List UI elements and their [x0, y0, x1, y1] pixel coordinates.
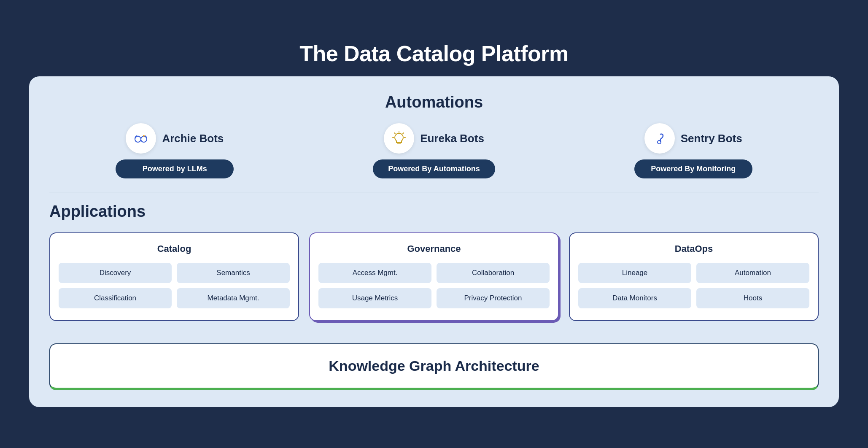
- bot-item-archie: Archie Bots Powered by LLMs: [49, 123, 300, 178]
- dataops-item-lineage: Lineage: [578, 263, 691, 283]
- governance-items-grid: Access Mgmt. Collaboration Usage Metrics…: [318, 263, 550, 308]
- svg-line-9: [403, 133, 404, 134]
- archie-icon: [132, 130, 149, 147]
- svg-point-4: [137, 135, 139, 137]
- svg-point-1: [141, 136, 147, 142]
- catalog-box: Catalog Discovery Semantics Classificati…: [49, 232, 299, 321]
- knowledge-box: Knowledge Graph Architecture: [49, 343, 819, 390]
- dataops-item-automation: Automation: [696, 263, 809, 283]
- sentry-bot-name: Sentry Bots: [681, 132, 742, 145]
- dataops-title: DataOps: [578, 243, 809, 254]
- bots-row: Archie Bots Powered by LLMs: [49, 123, 819, 178]
- catalog-item-classification: Classification: [59, 288, 172, 308]
- catalog-title: Catalog: [59, 243, 290, 254]
- bot-header-eureka: Eureka Bots: [384, 123, 484, 154]
- applications-title: Applications: [49, 202, 819, 221]
- governance-title: Governance: [318, 243, 550, 254]
- governance-item-privacy: Privacy Protection: [437, 288, 550, 308]
- bot-header-sentry: Sentry Bots: [644, 123, 742, 154]
- dataops-item-monitors: Data Monitors: [578, 288, 691, 308]
- section-divider-2: [49, 333, 819, 333]
- governance-item-access: Access Mgmt.: [318, 263, 431, 283]
- dataops-items-grid: Lineage Automation Data Monitors Hoots: [578, 263, 809, 308]
- eureka-bot-name: Eureka Bots: [420, 132, 484, 145]
- catalog-item-semantics: Semantics: [177, 263, 290, 283]
- dataops-box: DataOps Lineage Automation Data Monitors…: [569, 232, 819, 321]
- dataops-item-hoots: Hoots: [696, 288, 809, 308]
- eureka-icon: [391, 130, 407, 147]
- svg-point-0: [135, 136, 141, 142]
- archie-bot-badge: Powered by LLMs: [116, 159, 234, 178]
- archie-icon-circle: [126, 123, 156, 154]
- apps-grid: Catalog Discovery Semantics Classificati…: [49, 232, 819, 321]
- governance-box: Governance Access Mgmt. Collaboration Us…: [309, 232, 559, 321]
- svg-point-3: [143, 135, 145, 137]
- svg-line-8: [394, 133, 395, 134]
- governance-item-collaboration: Collaboration: [437, 263, 550, 283]
- automations-title: Automations: [49, 93, 819, 111]
- page-title: The Data Catalog Platform: [29, 41, 839, 66]
- sentry-bot-badge: Powered By Monitoring: [634, 159, 752, 178]
- outer-container: The Data Catalog Platform Automations: [29, 41, 839, 407]
- governance-item-usage: Usage Metrics: [318, 288, 431, 308]
- main-card: Automations: [29, 76, 839, 407]
- archie-bot-name: Archie Bots: [162, 132, 224, 145]
- sentry-icon-circle: [644, 123, 675, 154]
- section-divider-1: [49, 192, 819, 192]
- bot-item-eureka: Eureka Bots Powered By Automations: [309, 123, 560, 178]
- eureka-icon-circle: [384, 123, 414, 154]
- bot-item-sentry: Sentry Bots Powered By Monitoring: [568, 123, 819, 178]
- eureka-bot-badge: Powered By Automations: [373, 159, 495, 178]
- knowledge-section: Knowledge Graph Architecture: [49, 343, 819, 390]
- catalog-item-metadata: Metadata Mgmt.: [177, 288, 290, 308]
- catalog-item-discovery: Discovery: [59, 263, 172, 283]
- bot-header-archie: Archie Bots: [126, 123, 224, 154]
- sentry-icon: [651, 130, 668, 147]
- knowledge-title: Knowledge Graph Architecture: [329, 358, 539, 374]
- applications-section: Applications Catalog Discovery Semantics…: [49, 202, 819, 321]
- catalog-items-grid: Discovery Semantics Classification Metad…: [59, 263, 290, 308]
- automations-section: Automations: [49, 93, 819, 178]
